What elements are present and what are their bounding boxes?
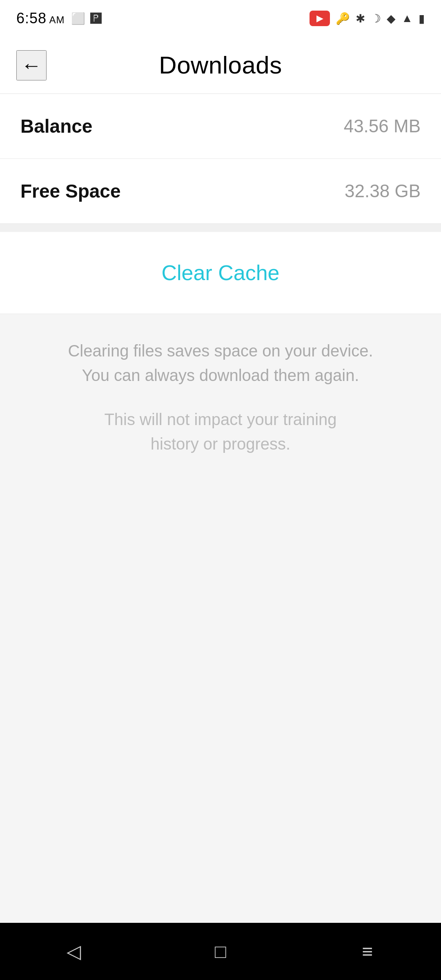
moon-icon: ☽: [371, 12, 381, 25]
wifi-icon: ▲: [401, 12, 413, 25]
car-icon: 🅿: [90, 12, 102, 25]
status-bar-right: ▶ 🔑 ✱ ☽ ◆ ▲ ▮: [310, 11, 425, 26]
free-space-row: Free Space 32.38 GB: [0, 159, 441, 224]
nav-back-icon: ◁: [67, 940, 81, 962]
nav-menu-button[interactable]: ≡: [294, 923, 441, 980]
battery-icon: ▮: [419, 12, 425, 25]
balance-row: Balance 43.56 MB: [0, 94, 441, 159]
status-time: 6:58 AM: [16, 10, 65, 27]
main-content: Balance 43.56 MB Free Space 32.38 GB Cle…: [0, 94, 441, 923]
status-icons-left: ⬜ 🅿: [71, 12, 102, 25]
free-space-value: 32.38 GB: [345, 181, 421, 201]
clear-cache-description: Clearing files saves space on your devic…: [29, 339, 412, 388]
video-camera-icon: ⬜: [71, 12, 85, 25]
status-bar: 6:58 AM ⬜ 🅿 ▶ 🔑 ✱ ☽ ◆ ▲ ▮: [0, 0, 441, 37]
page-header: ← Downloads: [0, 37, 441, 94]
bluetooth-icon: ✱: [356, 12, 365, 25]
nav-back-button[interactable]: ◁: [0, 923, 147, 980]
nav-menu-icon: ≡: [362, 940, 373, 962]
info-text-section: Clearing files saves space on your devic…: [0, 314, 441, 923]
balance-label: Balance: [20, 115, 92, 137]
clear-cache-section: Clear Cache: [0, 232, 441, 314]
signal-icon: ◆: [387, 12, 396, 25]
nav-home-icon: □: [215, 940, 226, 962]
clear-cache-button[interactable]: Clear Cache: [153, 256, 287, 289]
info-section: Balance 43.56 MB Free Space 32.38 GB: [0, 94, 441, 224]
key-icon: 🔑: [336, 12, 350, 25]
balance-value: 43.56 MB: [344, 116, 421, 136]
section-divider: [0, 224, 441, 232]
status-bar-left: 6:58 AM ⬜ 🅿: [16, 10, 102, 27]
no-impact-notice: This will not impact your traininghistor…: [29, 407, 412, 456]
nav-home-button[interactable]: □: [147, 923, 294, 980]
free-space-label: Free Space: [20, 180, 120, 202]
back-button[interactable]: ←: [16, 50, 47, 80]
page-title: Downloads: [159, 51, 282, 79]
navigation-bar: ◁ □ ≡: [0, 923, 441, 980]
record-icon: ▶: [310, 11, 330, 26]
